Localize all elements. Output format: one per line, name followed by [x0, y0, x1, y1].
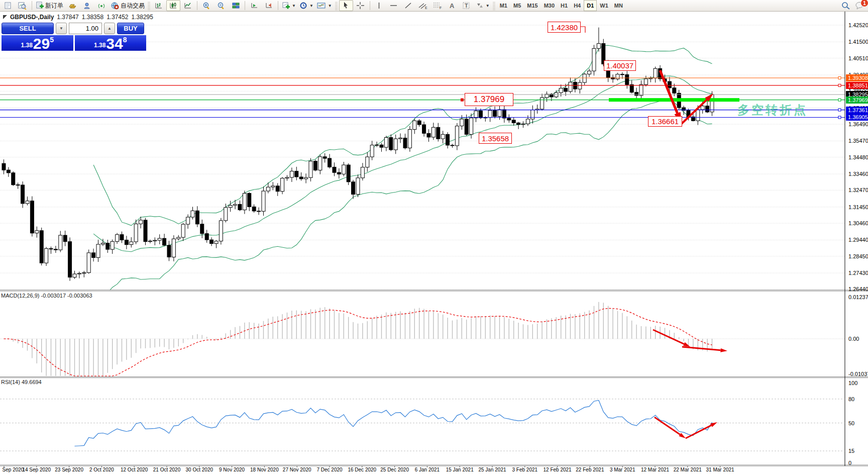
- price-axis-badge: 1.37361: [846, 107, 868, 114]
- chart-title: GBPUSD-,Daily 1.37847 1.38358 1.37452 1.…: [3, 14, 153, 21]
- ohlc-close: 1.38295: [132, 14, 153, 21]
- tile-windows-icon[interactable]: [229, 0, 243, 11]
- chart-collapse-icon[interactable]: [3, 15, 7, 19]
- notifications-icon[interactable]: 1: [855, 1, 865, 10]
- community-icon[interactable]: [80, 0, 94, 11]
- market-icon[interactable]: [65, 0, 79, 11]
- timeframe-M15[interactable]: M15: [524, 0, 540, 11]
- volume-increase-button[interactable]: ▲: [104, 23, 115, 34]
- timeframe-M30[interactable]: M30: [541, 0, 558, 11]
- svg-text:F: F: [440, 6, 442, 10]
- chart-window-icon[interactable]: [1, 0, 15, 11]
- price-axis-badge: 1.37969: [846, 97, 868, 104]
- date-axis-label: 15 Jan 2021: [446, 467, 474, 472]
- toolbar-separator: [278, 1, 278, 10]
- toolbar-grip[interactable]: [493, 1, 495, 10]
- text-tool[interactable]: A: [445, 0, 459, 11]
- date-axis-label: 3 Feb 2021: [512, 467, 537, 472]
- date-axis-label: 25 Dec 2020: [380, 467, 409, 472]
- date-axis-label: 18 Nov 2020: [250, 467, 279, 472]
- timeframe-MN[interactable]: MN: [611, 0, 626, 11]
- search-icon[interactable]: [841, 1, 851, 10]
- price-annotation: 1.42380: [548, 22, 581, 33]
- ohlc-open: 1.37847: [57, 14, 78, 21]
- timeframe-W1[interactable]: W1: [597, 0, 611, 11]
- price-axis-tick: 1.33460: [848, 171, 868, 177]
- auto-trading-label: 自动交易: [121, 2, 145, 10]
- sell-button[interactable]: SELL: [2, 23, 54, 34]
- price-axis-tick: 1.35470: [848, 138, 868, 144]
- vertical-line-tool[interactable]: [372, 0, 386, 11]
- cursor-tool-icon[interactable]: [339, 0, 353, 11]
- chart-preview-icon[interactable]: [16, 0, 30, 11]
- rsi-label: RSI(14) 49.6694: [1, 379, 42, 385]
- timeframe-H4[interactable]: H4: [571, 0, 584, 11]
- auto-scroll-icon[interactable]: [247, 0, 261, 11]
- price-annotation: 1.37969: [465, 93, 513, 106]
- timeframe-M1[interactable]: M1: [497, 0, 510, 11]
- date-axis-label: 31 Mar 2021: [706, 467, 734, 472]
- date-axis-label: 23 Sep 2020: [55, 467, 83, 472]
- timeframe-H1[interactable]: H1: [558, 0, 571, 11]
- rsi-axis-tick: 0: [848, 460, 851, 466]
- sell-price-button[interactable]: 1.38 29 5: [2, 35, 73, 51]
- rsi-axis-tick: 50: [848, 420, 854, 426]
- macd-axis-tick: 0.012372: [848, 294, 868, 300]
- horizontal-line-tool[interactable]: [387, 0, 401, 11]
- timeframe-D1[interactable]: D1: [584, 0, 597, 11]
- volume-decrease-button[interactable]: ▼: [56, 23, 67, 34]
- fibonacci-tool[interactable]: F: [430, 0, 445, 11]
- date-axis-label: 7 Dec 2020: [316, 467, 342, 472]
- macd-values: -0.003017 -0.003063: [41, 293, 92, 299]
- price-axis-tick: 1.29440: [848, 237, 868, 243]
- date-axis-label: 30 Oct 2020: [186, 467, 213, 472]
- price-axis-badge: 1.36905: [846, 114, 868, 121]
- macd-label: MACD(12,26,9) -0.003017 -0.003063: [1, 293, 92, 299]
- zoom-out-icon[interactable]: [214, 0, 228, 11]
- date-axis-label: 27 Nov 2020: [283, 467, 311, 472]
- text-label-tool[interactable]: T: [460, 0, 474, 11]
- price-axis-tick: 1.41500: [848, 39, 868, 45]
- trendline-tool[interactable]: [401, 0, 415, 11]
- auto-trading-button[interactable]: 自动交易: [109, 0, 146, 11]
- crosshair-tool-icon[interactable]: [354, 0, 368, 11]
- macd-axis-tick: -0.010374: [848, 371, 868, 377]
- buy-price-big: 34: [106, 38, 123, 50]
- price-axis-tick: 1.30460: [848, 220, 868, 226]
- templates-button[interactable]: ▼: [315, 0, 334, 11]
- sell-price-pipette: 5: [50, 36, 54, 44]
- price-axis-tick: 1.27430: [848, 270, 868, 276]
- new-chart-button[interactable]: ▼: [280, 0, 297, 11]
- toolbar-separator: [370, 1, 370, 10]
- zoom-in-icon[interactable]: [199, 0, 213, 11]
- date-axis-label: Sep 2020: [3, 467, 24, 472]
- candlestick-mode-icon[interactable]: [166, 0, 180, 11]
- one-click-trading-panel: SELL ▼ ▲ BUY 1.38 29 5 1.38 34 8: [2, 23, 146, 51]
- price-annotation: 1.36661: [648, 116, 682, 127]
- new-order-button[interactable]: 新订单: [34, 0, 65, 11]
- price-axis-tick: 1.28450: [848, 253, 868, 259]
- timeframe-bar: M1M5M15M30H1H4D1W1MN: [497, 0, 626, 11]
- price-axis-tick: 1.36490: [848, 121, 868, 127]
- equidistant-channel-tool[interactable]: E: [416, 0, 430, 11]
- toolbar-grip[interactable]: [335, 1, 338, 10]
- date-axis-label: 25 Jan 2021: [478, 467, 506, 472]
- toolbar-grip[interactable]: [148, 1, 150, 10]
- line-chart-mode-icon[interactable]: [181, 0, 195, 11]
- buy-price-button[interactable]: 1.38 34 8: [75, 35, 147, 51]
- bar-chart-mode-icon[interactable]: [152, 0, 166, 11]
- date-axis-label: 12 Feb 2021: [544, 467, 572, 472]
- buy-button[interactable]: BUY: [117, 23, 144, 34]
- chart-shift-icon[interactable]: [262, 0, 276, 11]
- price-axis-badge: 1.39308: [846, 74, 868, 81]
- chart-canvas[interactable]: [0, 0, 868, 475]
- rsi-axis-tick: 15: [848, 448, 854, 454]
- sell-price-prefix: 1.38: [21, 42, 32, 49]
- date-axis-label: 12 Mar 2021: [641, 467, 669, 472]
- timeframe-M5[interactable]: M5: [510, 0, 524, 11]
- arrows-shapes-button[interactable]: ▼: [474, 0, 491, 11]
- ohlc-high: 1.38358: [82, 14, 103, 21]
- signals-icon[interactable]: [94, 0, 108, 11]
- timeframes-button[interactable]: ▼: [298, 0, 315, 11]
- volume-input[interactable]: [69, 23, 102, 34]
